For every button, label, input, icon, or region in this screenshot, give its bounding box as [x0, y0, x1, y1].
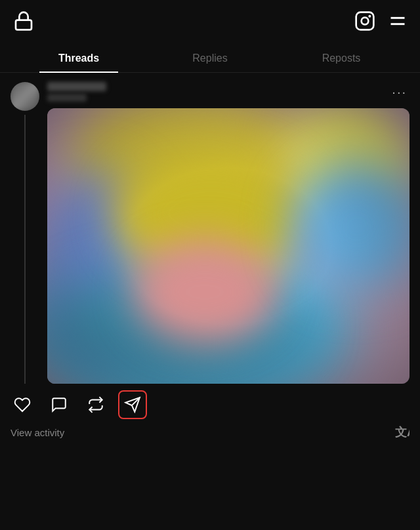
more-options-button[interactable]: ··· [389, 85, 410, 100]
avatar-column [10, 82, 39, 384]
post-container: ··· [0, 73, 420, 384]
tab-replies[interactable]: Replies [144, 45, 276, 72]
post-content: ··· [47, 82, 410, 384]
share-button-highlight [118, 390, 147, 419]
post-image-canvas [47, 108, 410, 384]
view-activity-text[interactable]: View activity [10, 427, 64, 438]
svg-point-2 [362, 18, 369, 25]
svg-rect-1 [356, 12, 374, 30]
instagram-icon[interactable] [354, 10, 375, 34]
post-header: ··· [47, 82, 410, 102]
header [0, 0, 420, 45]
tabs-bar: Threads Replies Reposts [0, 45, 420, 73]
view-activity-row: View activity 文A [0, 422, 420, 447]
avatar[interactable] [10, 82, 39, 111]
svg-rect-0 [16, 20, 32, 30]
comment-button[interactable] [47, 393, 71, 417]
svg-point-3 [369, 16, 370, 16]
username-sub-blur [47, 94, 87, 102]
action-bar [0, 384, 420, 422]
post-image[interactable] [47, 108, 410, 384]
lock-icon [13, 10, 34, 34]
translate-icon[interactable]: 文A [394, 424, 410, 440]
username-area [47, 82, 106, 102]
menu-icon[interactable] [388, 12, 407, 33]
username-blur [47, 82, 106, 91]
share-button-wrapper [121, 393, 144, 417]
repost-button[interactable] [84, 393, 108, 417]
like-button[interactable] [10, 393, 34, 417]
tab-reposts[interactable]: Reposts [276, 45, 407, 72]
tab-threads[interactable]: Threads [13, 45, 144, 72]
header-right-icons [354, 10, 407, 34]
svg-text:文A: 文A [395, 426, 410, 439]
thread-line [24, 115, 26, 384]
